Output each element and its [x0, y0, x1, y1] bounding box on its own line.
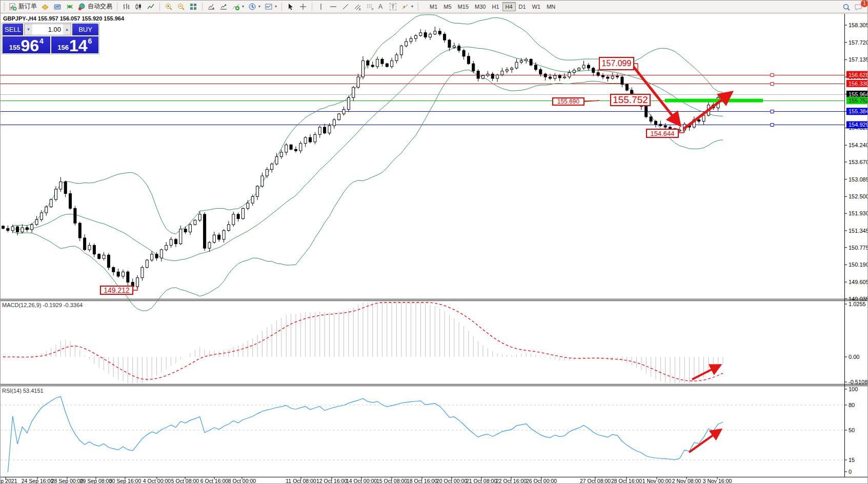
time-label: 18 Oct 16:00 — [407, 478, 437, 484]
periods-button[interactable]: ▾ — [247, 2, 262, 12]
tile-windows-icon — [189, 3, 197, 11]
price-tick: 158.305 — [849, 22, 868, 28]
timeframe-h1[interactable]: H1 — [489, 2, 502, 11]
arrows-tool[interactable]: ▾ — [399, 2, 415, 12]
bar-chart-button[interactable] — [120, 2, 132, 12]
signals-icon — [66, 3, 74, 11]
zoom-out-button[interactable] — [175, 2, 187, 12]
time-label: 3 Nov 16:00 — [703, 478, 732, 484]
volume-up-button[interactable]: ▲ — [63, 24, 71, 35]
toolbar: 新订单 自动交易 — [1, 1, 868, 13]
price-annotation: 155.752 — [610, 94, 651, 106]
notification-badge: 1 — [861, 0, 868, 7]
svg-text:15: 15 — [849, 457, 855, 463]
price-annotation: 154.644 — [646, 129, 679, 138]
auto-scroll-icon — [207, 3, 215, 11]
tile-windows-button[interactable] — [188, 2, 199, 12]
timeframe-mn[interactable]: MN — [543, 2, 558, 11]
profiles-button[interactable] — [39, 2, 51, 12]
time-label: 2 Nov 08:00 — [672, 478, 701, 484]
horizontal-line-icon — [329, 3, 337, 11]
chart-canvas: 158.305157.720157.135156.550155.965155.3… — [1, 13, 868, 484]
timeframe-d1[interactable]: D1 — [516, 2, 529, 11]
equidistant-channel-icon: E — [354, 3, 362, 11]
indicators-caret: ▾ — [242, 4, 244, 9]
signals-button[interactable] — [64, 2, 75, 12]
text-label-icon: T — [390, 3, 396, 10]
bollinger-middle — [13, 47, 723, 261]
timeframe-m1[interactable]: M1 — [427, 2, 440, 11]
fibonacci-tool[interactable]: F — [365, 2, 376, 12]
timeframe-h4[interactable]: H4 — [502, 2, 516, 11]
horizontal-line-tool[interactable] — [328, 2, 339, 12]
price-annotation: 155.690 — [552, 97, 584, 106]
timeframe-toolbar: M1M5M15M30H1H4D1W1MN — [427, 2, 558, 11]
timeframe-w1[interactable]: W1 — [529, 2, 544, 11]
crosshair-tool-button[interactable] — [297, 2, 309, 12]
line-chart-button[interactable] — [145, 2, 156, 12]
toolbar-grip — [4, 3, 5, 11]
candlestick-chart-icon — [134, 3, 143, 11]
trendline-icon — [341, 3, 350, 11]
auto-trading-button[interactable]: 自动交易 — [76, 2, 114, 12]
chart-shift-button[interactable] — [218, 2, 229, 12]
zoom-in-icon — [165, 3, 173, 11]
chart-window: GBPJPY-,H4 155.957 156.057 155.920 155.9… — [1, 13, 868, 484]
sell-price-pips: 96 — [21, 38, 39, 53]
text-tool-icon: A — [378, 3, 382, 10]
line-chart-icon — [147, 3, 155, 11]
volume-down-button[interactable]: ▼ — [25, 24, 32, 35]
text-tool[interactable]: A — [377, 2, 387, 12]
price-tag: 156.330 — [849, 80, 868, 87]
time-label: 22 Oct 16:00 — [496, 478, 527, 484]
templates-button[interactable]: ▾ — [263, 2, 278, 12]
text-label-tool[interactable]: T — [388, 2, 398, 12]
candlestick-chart-button[interactable] — [133, 2, 144, 12]
price-tick: 157.720 — [849, 39, 868, 46]
new-order-button[interactable]: 新订单 — [7, 2, 38, 12]
timeframe-m5[interactable]: M5 — [440, 2, 454, 11]
thick-green-level — [665, 99, 763, 103]
volume-input[interactable]: 1.00 — [32, 24, 63, 35]
new-order-label: 新订单 — [18, 2, 37, 11]
zoom-in-button[interactable] — [163, 2, 174, 12]
buy-price[interactable]: 156 14 6 — [51, 36, 99, 53]
cursor-tool-button[interactable] — [285, 2, 296, 12]
time-label: 20 Oct 00:00 — [436, 478, 467, 484]
trendline-tool[interactable] — [340, 2, 351, 12]
svg-text:0: 0 — [849, 469, 852, 475]
buy-button[interactable]: BUY — [72, 24, 98, 35]
volume-stepper: ▼ 1.00 ▲ — [24, 24, 71, 35]
profiles-icon — [41, 3, 49, 11]
indicators-button[interactable]: ▾ — [230, 2, 246, 12]
timeframe-m30[interactable]: M30 — [472, 2, 489, 11]
rsi-line — [8, 396, 723, 472]
auto-scroll-button[interactable] — [206, 2, 217, 12]
sell-price[interactable]: 155 96 4 — [3, 36, 50, 53]
time-label: 15 Oct 08:00 — [376, 478, 407, 484]
market-watch-button[interactable] — [52, 2, 63, 12]
macd-axis: 1.02550.00-0.5108 — [844, 301, 867, 385]
time-label: Sep 2021 — [1, 478, 17, 484]
templates-icon — [265, 3, 273, 11]
arrows-icon — [401, 3, 409, 11]
time-label: 27 Oct 08:00 — [580, 478, 611, 484]
trend-arrow — [684, 92, 732, 129]
notifications-icon[interactable]: 1 — [854, 3, 864, 11]
symbol-ohlc-line: GBPJPY-,H4 155.957 156.057 155.920 155.9… — [3, 15, 124, 22]
macd-histogram — [3, 302, 723, 383]
price-tag: 156.628 — [849, 72, 868, 78]
time-label: 8 Oct 00:00 — [228, 478, 256, 484]
timeframe-m15[interactable]: M15 — [455, 2, 472, 11]
sell-button[interactable]: SELL — [3, 24, 23, 35]
periods-clock-icon — [248, 3, 256, 11]
time-label: 29 Sep 08:00 — [80, 478, 112, 484]
vertical-line-tool[interactable] — [315, 2, 327, 12]
time-label: 28 Sep 00:00 — [51, 478, 84, 484]
mt4-window: 新订单 自动交易 — [0, 0, 868, 484]
price-tick: 149.605 — [849, 279, 868, 285]
vertical-line-icon — [317, 3, 325, 11]
search-icon[interactable] — [842, 3, 850, 11]
equidistant-channel-tool[interactable]: E — [352, 2, 364, 12]
svg-text:E: E — [359, 8, 361, 11]
